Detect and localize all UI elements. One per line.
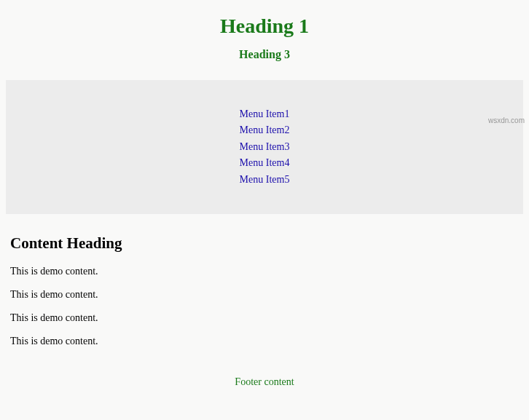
menu-item-5[interactable]: Menu Item5 [6,172,523,188]
footer: Footer content [0,371,529,394]
content-heading: Content Heading [10,234,519,253]
heading-1: Heading 1 [0,15,529,38]
heading-3: Heading 3 [0,48,529,61]
menu-nav: Menu Item1 Menu Item2 Menu Item3 Menu It… [6,80,523,214]
content-paragraph: This is demo content. [10,312,519,324]
menu-item-4[interactable]: Menu Item4 [6,155,523,171]
watermark: wsxdn.com [488,116,525,124]
menu-item-3[interactable]: Menu Item3 [6,139,523,155]
content-section: Content Heading This is demo content. Th… [0,214,529,366]
header: Heading 1 Heading 3 [0,0,529,74]
footer-text: Footer content [235,376,294,387]
menu-item-1[interactable]: Menu Item1 [6,106,523,122]
content-paragraph: This is demo content. [10,266,519,277]
content-paragraph: This is demo content. [10,336,519,347]
content-paragraph: This is demo content. [10,289,519,301]
menu-item-2[interactable]: Menu Item2 [6,122,523,138]
